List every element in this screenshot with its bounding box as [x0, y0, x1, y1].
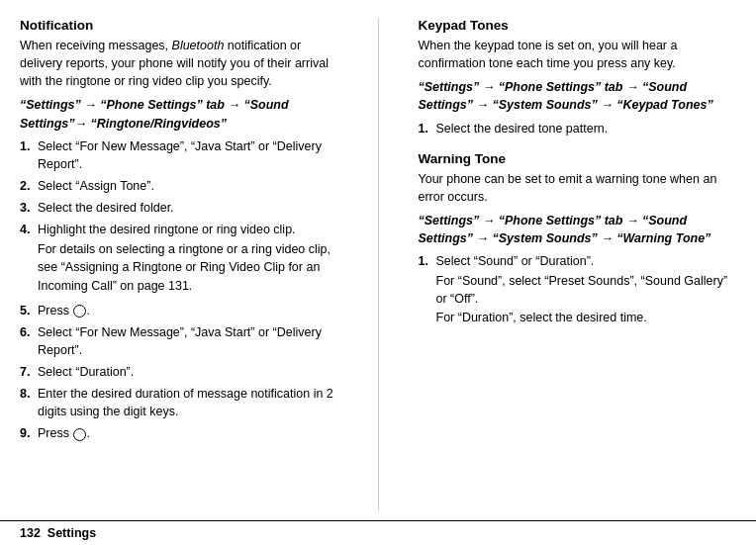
- list-item: 1. Select the desired tone pattern.: [419, 120, 737, 137]
- step-number: 2.: [20, 177, 38, 195]
- step-sub: For “Sound”, select “Preset Sounds”, “So…: [436, 272, 737, 325]
- keypad-tones-title: Keypad Tones: [419, 18, 737, 33]
- step-number: 8.: [20, 385, 38, 403]
- step-number: 6.: [20, 323, 38, 341]
- step-content: Select “For New Message”, “Java Start” o…: [38, 137, 338, 173]
- keypad-tones-steps: 1. Select the desired tone pattern.: [419, 120, 737, 137]
- warning-tone-title: Warning Tone: [419, 151, 737, 166]
- step-sub: For details on selecting a ringtone or a…: [38, 240, 338, 294]
- content-area: Notification When receiving messages, Bl…: [0, 0, 756, 520]
- step-content: Select the desired folder.: [38, 199, 338, 217]
- step-content: Press .: [38, 424, 338, 442]
- list-item: 9. Press .: [20, 424, 338, 442]
- notification-steps-list: 1. Select “For New Message”, “Java Start…: [20, 137, 338, 443]
- step-content: Enter the desired duration of message no…: [38, 385, 338, 420]
- list-item: 4. Highlight the desired ringtone or rin…: [20, 221, 338, 298]
- keypad-tones-path: “Settings” → “Phone Settings” tab → “Sou…: [419, 78, 737, 114]
- circle-button-icon: [73, 428, 86, 441]
- step-content: Select “Sound” or “Duration”.: [436, 252, 595, 270]
- footer-label: Settings: [41, 526, 96, 540]
- notification-settings-path: “Settings” → “Phone Settings” tab → “Sou…: [20, 96, 338, 132]
- notification-intro: When receiving messages, Bluetooth notif…: [20, 37, 338, 90]
- column-divider: [378, 18, 379, 510]
- list-item: 7. Select “Duration”.: [20, 363, 338, 381]
- step-content: Press .: [38, 302, 338, 319]
- page-container: Notification When receiving messages, Bl…: [0, 0, 756, 545]
- step-number: 1.: [419, 252, 436, 270]
- step-number: 1.: [20, 137, 38, 155]
- list-item: 3. Select the desired folder.: [20, 199, 338, 217]
- step-content: Select “Assign Tone”.: [38, 177, 338, 195]
- right-column: Keypad Tones When the keypad tone is set…: [409, 18, 737, 510]
- list-item: 1. Select “For New Message”, “Java Start…: [20, 137, 338, 173]
- page-number: 132: [20, 526, 41, 540]
- step-number: 9.: [20, 424, 38, 442]
- step-number: 1.: [419, 120, 436, 137]
- list-item: 1. Select “Sound” or “Duration”. For “So…: [419, 252, 737, 329]
- list-item: 2. Select “Assign Tone”.: [20, 177, 338, 195]
- list-item: 6. Select “For New Message”, “Java Start…: [20, 323, 338, 359]
- step-content: Select the desired tone pattern.: [436, 120, 737, 137]
- left-column: Notification When receiving messages, Bl…: [20, 18, 348, 510]
- keypad-tones-intro: When the keypad tone is set on, you will…: [419, 37, 737, 72]
- list-item: 8. Enter the desired duration of message…: [20, 385, 338, 420]
- step-number: 5.: [20, 302, 38, 319]
- notification-title: Notification: [20, 18, 338, 33]
- warning-tone-intro: Your phone can be set to emit a warning …: [419, 170, 737, 206]
- warning-tone-steps: 1. Select “Sound” or “Duration”. For “So…: [419, 252, 737, 329]
- step-number: 4.: [20, 221, 38, 238]
- step-content: Select “Duration”.: [38, 363, 338, 381]
- footer-bar: 132 Settings: [0, 520, 756, 545]
- step-content: Highlight the desired ringtone or ring v…: [38, 221, 296, 238]
- list-item: 5. Press .: [20, 302, 338, 319]
- circle-button-icon: [73, 305, 86, 318]
- step-number: 7.: [20, 363, 38, 381]
- step-number: 3.: [20, 199, 38, 217]
- warning-tone-path: “Settings” → “Phone Settings” tab → “Sou…: [419, 212, 737, 247]
- step-content: Select “For New Message”, “Java Start” o…: [38, 323, 338, 359]
